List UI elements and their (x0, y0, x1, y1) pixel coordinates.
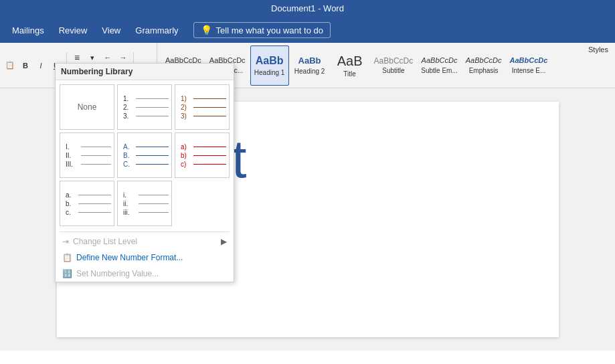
italic-button[interactable]: I (33, 58, 48, 73)
numbering-alpha-lower-paren[interactable]: a) b) c) (175, 132, 230, 178)
style-emphasis[interactable]: AaBbCcDc Emphasis (462, 46, 505, 86)
numbering-alpha-lower[interactable]: a. b. c. (60, 181, 114, 226)
define-format-icon: 📋 (62, 253, 72, 262)
title-bar: Document1 - Word (0, 0, 615, 17)
numbering-none[interactable]: None (60, 84, 114, 130)
menu-grammarly[interactable]: Grammarly (128, 21, 185, 39)
style-heading2[interactable]: AaBb Heading 2 (290, 46, 329, 86)
clipboard-group: 📋 (3, 58, 17, 73)
numbering-roman-lower[interactable]: i. ii. iii. (117, 181, 172, 226)
title-text: Document1 - Word (271, 3, 344, 13)
styles-header: Styles (588, 46, 608, 54)
dropdown-divider-1 (60, 232, 230, 232)
change-list-level-item: ⇥ Change List Level ▶ (56, 234, 234, 250)
numbering-roman-upper[interactable]: I. II. III. (60, 132, 114, 178)
lightbulb-icon: 💡 (201, 25, 212, 35)
menu-review[interactable]: Review (52, 21, 94, 39)
define-format-label[interactable]: Define New Number Format... (76, 253, 183, 262)
style-title[interactable]: AaB Title (331, 46, 369, 86)
style-heading1[interactable]: AaBb Heading 1 (250, 46, 289, 86)
set-value-label: Set Numbering Value... (76, 269, 159, 278)
paste-button[interactable]: 📋 (3, 58, 17, 73)
define-format-item[interactable]: 📋 Define New Number Format... (56, 250, 234, 266)
menu-mailings[interactable]: Mailings (5, 21, 51, 39)
menu-bar: Mailings Review View Grammarly 💡 Tell me… (0, 17, 615, 43)
none-label: None (63, 102, 111, 112)
style-subtle-em[interactable]: AaBbCcDc Subtle Em... (418, 46, 460, 86)
tell-me-input[interactable]: 💡 Tell me what you want to do (193, 22, 331, 38)
dropdown-title: Numbering Library (56, 64, 234, 80)
style-intense-em[interactable]: AaBbCcDc Intense E... (507, 46, 551, 86)
numbering-paren[interactable]: 1) 2) 3) (175, 84, 230, 130)
numbering-arabic[interactable]: 1. 2. 3. (117, 84, 172, 130)
bold-button[interactable]: B (18, 58, 33, 73)
set-value-item: 🔢 Set Numbering Value... (56, 266, 234, 282)
numbering-alpha-upper[interactable]: A. B. C. (117, 132, 172, 178)
style-subtitle[interactable]: AaBbCcDc Subtitle (371, 46, 417, 86)
numbering-grid: None 1. 2. 3. 1) 2) 3) I. II. III. A. B.… (56, 80, 234, 230)
change-list-level-icon: ⇥ (62, 237, 69, 246)
menu-view[interactable]: View (95, 21, 127, 39)
set-value-icon: 🔢 (62, 269, 72, 278)
submenu-arrow: ▶ (221, 237, 227, 246)
tell-me-text: Tell me what you want to do (216, 25, 323, 35)
numbering-empty (175, 181, 230, 226)
numbering-dropdown: Numbering Library None 1. 2. 3. 1) 2) 3)… (55, 63, 234, 282)
change-list-level-label: Change List Level (73, 237, 137, 246)
